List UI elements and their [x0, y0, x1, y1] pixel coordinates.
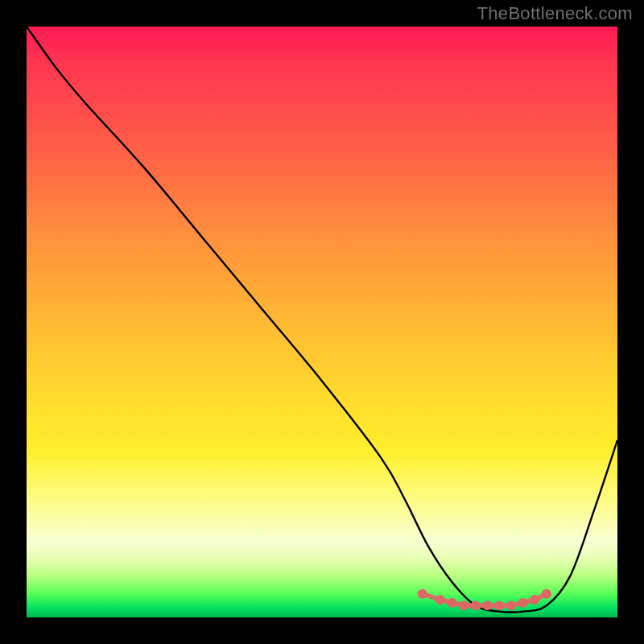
- marker-dot: [447, 598, 456, 608]
- marker-dot: [494, 601, 504, 610]
- marker-dot: [483, 601, 493, 610]
- chart-container: TheBottleneck.com: [0, 0, 644, 644]
- marker-dot: [418, 589, 427, 599]
- marker-dot: [459, 601, 469, 610]
- marker-dot: [436, 595, 445, 605]
- curve-svg: [27, 27, 617, 617]
- marker-dot: [506, 601, 516, 610]
- plot-area: [27, 27, 617, 617]
- watermark-text: TheBottleneck.com: [477, 3, 633, 24]
- bottleneck-curve: [27, 27, 617, 613]
- marker-dot: [471, 601, 481, 610]
- marker-dot: [542, 589, 551, 599]
- optimal-range-markers: [418, 589, 551, 611]
- marker-dot: [518, 598, 528, 608]
- marker-dot: [530, 595, 539, 605]
